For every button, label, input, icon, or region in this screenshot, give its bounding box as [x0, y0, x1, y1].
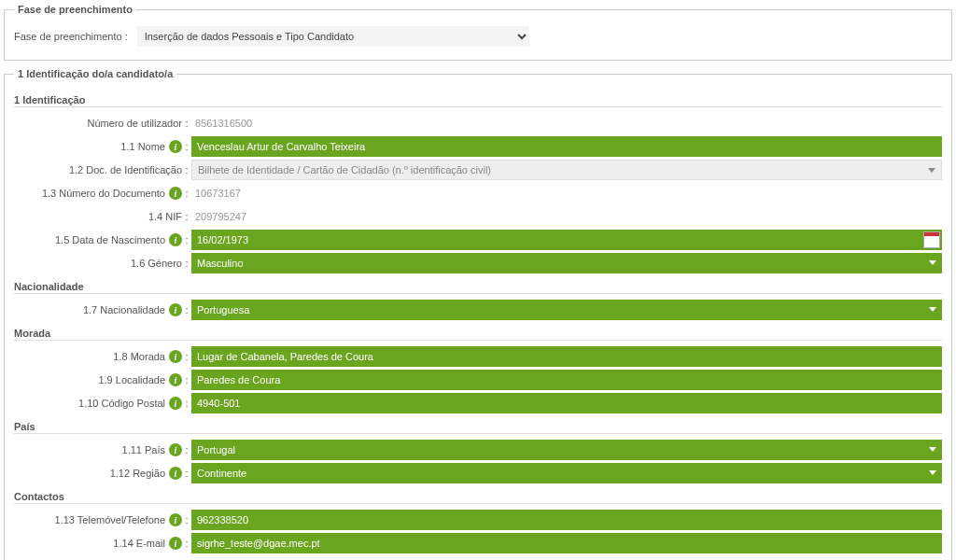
user-number-label: Número de utilizador	[88, 118, 183, 129]
row-email: 1.14 E-maili : sigrhe_teste@dgae.mec.pt	[14, 533, 942, 553]
nationality-header: Nacionalidade	[14, 281, 942, 294]
phone-input[interactable]: 962338520	[191, 510, 942, 530]
info-icon[interactable]: i	[169, 373, 182, 386]
address-input[interactable]: Lugar de Cabanela, Paredes de Coura	[191, 346, 942, 367]
nif-label: 1.4 NIF	[148, 211, 182, 222]
nif-value: 209795247	[191, 209, 942, 224]
email-input[interactable]: sigrhe_teste@dgae.mec.pt	[191, 533, 942, 553]
row-phone: 1.13 Telemóvel/Telefonei : 962338520	[14, 510, 942, 530]
info-icon[interactable]: i	[169, 467, 182, 480]
phase-row: Fase de preenchimento : Inserção de dado…	[14, 22, 942, 50]
info-icon[interactable]: i	[169, 443, 182, 456]
info-icon[interactable]: i	[169, 303, 182, 316]
postal-code-label: 1.10 Código Postal	[78, 398, 165, 409]
email-label: 1.14 E-mail	[113, 538, 165, 549]
info-icon[interactable]: i	[169, 397, 182, 410]
nationality-label: 1.7 Nacionalidade	[83, 304, 165, 315]
user-number-value: 8561316500	[191, 116, 942, 131]
row-region: 1.12 Regiãoi : Continente	[14, 463, 942, 483]
row-address: 1.8 Moradai : Lugar de Cabanela, Paredes…	[14, 346, 942, 367]
identification-legend: 1 Identificação do/a candidato/a	[14, 68, 176, 79]
row-birthdate: 1.5 Data de Nascimentoi : 16/02/1973	[14, 230, 942, 250]
row-postal-code: 1.10 Código Postali : 4940-501	[14, 393, 942, 413]
country-select[interactable]: Portugal	[191, 440, 942, 460]
nome-label: 1.1 Nome	[120, 141, 165, 152]
row-nif: 1.4 NIF : 209795247	[14, 206, 942, 227]
doc-number-label: 1.3 Número do Documento	[42, 188, 165, 199]
info-icon[interactable]: i	[169, 350, 182, 363]
info-icon[interactable]: i	[169, 187, 182, 200]
locality-input[interactable]: Paredes de Coura	[191, 370, 942, 390]
phase-legend: Fase de preenchimento	[14, 4, 136, 15]
info-icon[interactable]: i	[169, 537, 182, 550]
gender-select[interactable]: Masculino	[191, 253, 942, 273]
info-icon[interactable]: i	[169, 513, 182, 526]
identification-header: 1 Identificação	[14, 94, 942, 107]
gender-label: 1.6 Género	[131, 258, 182, 269]
address-header: Morada	[14, 328, 942, 341]
postal-code-input[interactable]: 4940-501	[191, 393, 942, 413]
row-doc-number: 1.3 Número do Documentoi : 10673167	[14, 183, 942, 203]
region-label: 1.12 Região	[110, 468, 165, 479]
region-select[interactable]: Continente	[191, 463, 942, 483]
row-nationality: 1.7 Nacionalidadei : Portuguesa	[14, 300, 942, 320]
doc-number-value: 10673167	[191, 186, 942, 201]
row-doc-id: 1.2 Doc. de Identificação : Bilhete de I…	[14, 160, 942, 180]
address-label: 1.8 Morada	[113, 351, 165, 362]
phase-select[interactable]: Inserção de dados Pessoais e Tipo Candid…	[137, 26, 529, 47]
birthdate-input[interactable]: 16/02/1973	[191, 230, 942, 250]
country-header: País	[14, 421, 942, 434]
birthdate-label: 1.5 Data de Nascimento	[55, 234, 165, 245]
row-user-number: Número de utilizador : 8561316500	[14, 113, 942, 133]
row-locality: 1.9 Localidadei : Paredes de Coura	[14, 370, 942, 390]
row-nome: 1.1 Nomei : Venceslau Artur de Carvalho …	[14, 136, 942, 157]
nome-input[interactable]: Venceslau Artur de Carvalho Teixeira	[191, 136, 942, 157]
calendar-icon[interactable]	[923, 231, 940, 248]
nationality-select[interactable]: Portuguesa	[191, 300, 942, 320]
row-country: 1.11 Paísi : Portugal	[14, 440, 942, 460]
doc-id-select[interactable]: Bilhete de Identidade / Cartão de Cidadã…	[191, 160, 942, 180]
identification-fieldset: 1 Identificação do/a candidato/a 1 Ident…	[4, 68, 952, 560]
info-icon[interactable]: i	[169, 140, 182, 153]
phase-label: Fase de preenchimento :	[14, 31, 128, 42]
phase-fieldset: Fase de preenchimento Fase de preenchime…	[4, 4, 952, 61]
contacts-header: Contactos	[14, 491, 942, 504]
row-gender: 1.6 Género : Masculino	[14, 253, 942, 273]
doc-id-label: 1.2 Doc. de Identificação	[69, 164, 182, 175]
phone-label: 1.13 Telemóvel/Telefone	[55, 514, 165, 525]
locality-label: 1.9 Localidade	[98, 374, 165, 385]
country-label: 1.11 País	[122, 444, 165, 455]
info-icon[interactable]: i	[169, 233, 182, 246]
